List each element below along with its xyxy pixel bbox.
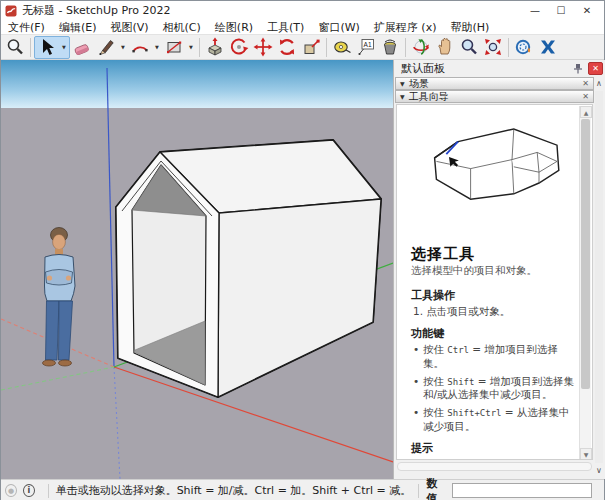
instructor-scrollbar[interactable]: ▲ ▼ xyxy=(579,106,591,460)
measurements-label: 数值 xyxy=(426,476,446,500)
person-hand-left xyxy=(47,275,52,280)
toolbar-separator xyxy=(199,38,200,57)
move-icon xyxy=(253,37,273,57)
eraser-icon xyxy=(72,37,92,57)
section-close-icon[interactable]: ✕ xyxy=(582,79,589,88)
toolbar-separator xyxy=(30,38,31,57)
select-button[interactable] xyxy=(35,36,59,59)
instructor-content: 选择工具 选择模型中的项目和对象。 工具操作 1. 点击项目或对象。 功能键 •… xyxy=(396,104,593,460)
paint-bucket-button[interactable] xyxy=(378,36,402,59)
eraser-button[interactable] xyxy=(70,36,94,59)
select-dropdown-button[interactable]: ▼ xyxy=(59,36,69,59)
text-label-button[interactable]: A1 xyxy=(354,36,378,59)
panel-close-button[interactable]: ✕ xyxy=(588,62,603,75)
menu-file[interactable]: 文件(F) xyxy=(1,20,52,35)
move-button[interactable] xyxy=(251,36,275,59)
instructor-intro: 选择模型中的项目和对象。 xyxy=(411,264,575,278)
exchange-button[interactable] xyxy=(536,36,560,59)
credits-info-icon[interactable]: i xyxy=(23,484,35,497)
line-tool-button[interactable] xyxy=(94,36,118,59)
maximize-button[interactable]: ☐ xyxy=(548,2,574,19)
rotate-button[interactable] xyxy=(275,36,299,59)
menu-bar: 文件(F) 编辑(E) 视图(V) 相机(C) 绘图(R) 工具(T) 窗口(W… xyxy=(1,20,604,35)
rectangle-tool-button[interactable] xyxy=(162,36,186,59)
scale-icon xyxy=(301,37,321,57)
menu-draw[interactable]: 绘图(R) xyxy=(208,20,260,35)
arc-dropdown-button[interactable]: ▼ xyxy=(152,36,162,59)
arc-tool-button[interactable] xyxy=(128,36,152,59)
person-shoe-right xyxy=(59,360,72,366)
person-left-leg xyxy=(46,301,60,360)
geolocation-icon[interactable]: ● xyxy=(5,484,17,497)
pan-hand-icon xyxy=(435,37,455,57)
status-hint: 单击或拖动以选择对象。Shift = 加/减。Ctrl = 加。Shift + … xyxy=(56,483,412,498)
section-instructor-label: 工具向导 xyxy=(409,90,583,104)
scroll-down-icon[interactable]: ▼ xyxy=(580,448,592,460)
scrollbar-thumb[interactable] xyxy=(581,119,590,389)
pan-button[interactable] xyxy=(433,36,457,59)
tape-measure-button[interactable] xyxy=(330,36,354,59)
status-bar: ● i 单击或拖动以选择对象。Shift = 加/减。Ctrl = 加。Shif… xyxy=(1,479,604,500)
menu-view[interactable]: 视图(V) xyxy=(103,20,155,35)
rectangle-dropdown-button[interactable]: ▼ xyxy=(186,36,196,59)
follow-me-button[interactable] xyxy=(227,36,251,59)
menu-help[interactable]: 帮助(H) xyxy=(443,20,496,35)
panel-header: 默认面板 ✕ xyxy=(394,60,605,77)
zoom-tool-button[interactable] xyxy=(457,36,481,59)
tray-scrollbar[interactable]: ∧ ∨ xyxy=(593,77,605,477)
chevron-down-icon: ▼ xyxy=(400,93,405,100)
close-button[interactable]: ✕ xyxy=(574,2,600,19)
section-instructor[interactable]: ▼ 工具向导 ✕ xyxy=(395,90,594,103)
paint-bucket-icon xyxy=(380,37,400,57)
orbit-icon xyxy=(411,37,431,57)
tray-scroll-up-icon[interactable]: ∧ xyxy=(593,77,605,90)
section-scenes-label: 场景 xyxy=(409,77,583,91)
tray-scroll-down-icon[interactable]: ∨ xyxy=(593,464,605,477)
model-info-button[interactable] xyxy=(512,36,536,59)
zoom-window-icon xyxy=(5,37,25,57)
tray-scroll-track[interactable] xyxy=(595,91,603,463)
panel-title: 默认面板 xyxy=(401,61,571,76)
app-window: 无标题 - SketchUp Pro 2022 — ☐ ✕ 文件(F) 编辑(E… xyxy=(0,0,605,500)
push-pull-button[interactable] xyxy=(203,36,227,59)
line-dropdown-button[interactable]: ▼ xyxy=(118,36,128,59)
sky xyxy=(1,60,393,108)
section-close-icon[interactable]: ✕ xyxy=(582,92,589,101)
svg-text:A1: A1 xyxy=(364,41,372,48)
chevron-down-icon: ▼ xyxy=(400,80,405,87)
measurements-input[interactable] xyxy=(452,483,592,498)
status-separator xyxy=(48,484,49,498)
menu-camera[interactable]: 相机(C) xyxy=(156,20,208,35)
main-area: 默认面板 ✕ ▼ 场景 ✕ ▼ 工具向导 ✕ xyxy=(1,60,604,479)
menu-edit[interactable]: 编辑(E) xyxy=(52,20,104,35)
zoom-window-button[interactable] xyxy=(3,36,27,59)
orbit-button[interactable] xyxy=(409,36,433,59)
section-scenes[interactable]: ▼ 场景 ✕ xyxy=(395,77,594,90)
select-tool-group: ▼ xyxy=(34,36,70,59)
horizontal-scrollbar[interactable] xyxy=(397,462,592,471)
menu-window[interactable]: 窗口(W) xyxy=(311,20,366,35)
push-pull-icon xyxy=(205,37,225,57)
toolbar-separator xyxy=(326,38,327,57)
person-hand-right xyxy=(66,275,71,280)
viewport-canvas xyxy=(1,60,393,479)
person-shoe-left xyxy=(43,360,56,366)
modifier-item: • 按住 Shift = 增加项目到选择集和/或从选择集中减少项目。 xyxy=(413,375,575,402)
modifiers-title: 功能键 xyxy=(411,326,575,341)
menu-extensions[interactable]: 扩展程序 (x) xyxy=(367,20,444,35)
menu-tools[interactable]: 工具(T) xyxy=(260,20,311,35)
pin-icon[interactable] xyxy=(571,62,585,75)
rectangle-icon xyxy=(164,37,184,57)
zoom-extents-icon xyxy=(483,37,503,57)
minimize-button[interactable]: — xyxy=(522,2,548,19)
scroll-up-icon[interactable]: ▲ xyxy=(580,106,592,118)
scale-button[interactable] xyxy=(299,36,323,59)
sketchup-logo-icon xyxy=(5,5,17,17)
instructor-heading: 选择工具 xyxy=(411,245,575,264)
line-pencil-icon xyxy=(96,37,116,57)
status-separator xyxy=(418,484,419,498)
zoom-extents-button[interactable] xyxy=(481,36,505,59)
toolbar-separator xyxy=(508,38,509,57)
model-viewport[interactable] xyxy=(1,60,393,479)
exchange-icon xyxy=(538,37,558,57)
